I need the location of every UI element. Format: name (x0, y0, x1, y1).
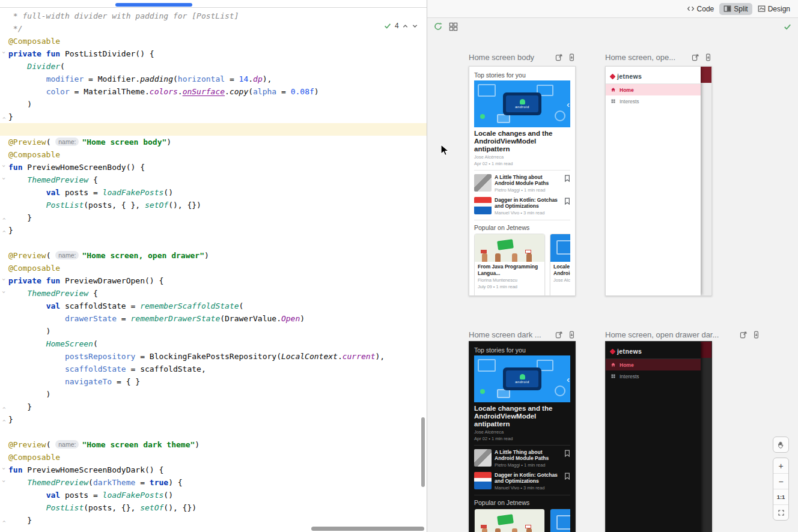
code-line[interactable]: @Composable (0, 451, 427, 464)
fold-marker-icon[interactable]: › (0, 404, 10, 410)
active-tab-indicator[interactable] (115, 3, 192, 7)
inlay-hint: name: (55, 138, 79, 146)
editor-horizontal-scrollbar[interactable] (311, 527, 424, 531)
preview-card-home-screen-dark[interactable]: Top stories for you android ‹ Locale cha… (469, 341, 576, 532)
code-line[interactable]: scaffoldState = scaffoldState, (0, 363, 427, 375)
code-line[interactable]: ›} (0, 110, 427, 123)
code-line[interactable]: postsRepository = BlockingFakePostsRepos… (0, 350, 427, 363)
code-line[interactable]: color = MaterialTheme.colors.onSurface.c… (0, 85, 427, 98)
code-line[interactable]: val posts = loadFakePosts() (0, 186, 427, 199)
code-line[interactable]: modifier = Modifier.padding(horizontal =… (0, 73, 427, 85)
view-options-icon[interactable] (449, 22, 458, 31)
code-line[interactable]: ›fun PreviewHomeScreenBody() { (0, 161, 427, 174)
code-line[interactable]: › } (0, 211, 427, 224)
preview-title: Home screen dark ... (469, 330, 550, 339)
code-line[interactable]: ›fun PreviewHomeScreenBodyDark() { (0, 464, 427, 476)
fold-marker-icon[interactable]: › (0, 291, 10, 297)
fold-marker-icon[interactable]: › (0, 467, 10, 473)
prev-problem-chevron-icon[interactable] (402, 23, 409, 29)
code-lines[interactable]: * full-width divider with padding for [P… (0, 10, 427, 527)
fold-marker-icon[interactable]: › (0, 215, 10, 221)
code-line[interactable]: › ThemedPreview { (0, 287, 427, 300)
code-line[interactable]: Divider( (0, 60, 427, 73)
zoom-out-button[interactable]: − (773, 474, 788, 489)
code-line[interactable]: HomeScreen( (0, 337, 427, 350)
mode-design-button[interactable]: Design (754, 3, 794, 15)
popular-card: Locale changes and the AndroidViewModel … (550, 509, 570, 532)
preview-title-row-3: Home screen dark ... (469, 330, 576, 339)
code-line[interactable]: */ (0, 22, 427, 35)
code-line[interactable]: › ThemedPreview { (0, 174, 427, 186)
code-line[interactable]: val posts = loadFakePosts() (0, 489, 427, 501)
preview-title-row-4: Home screen, open drawer dar... (605, 330, 760, 339)
caret-line[interactable] (0, 123, 427, 136)
code-line[interactable]: @Preview( name:"Home screen, open drawer… (0, 249, 427, 262)
code-line[interactable]: @Composable (0, 262, 427, 274)
fold-marker-icon[interactable]: › (0, 177, 10, 183)
zoom-in-button[interactable]: + (773, 458, 788, 474)
code-line[interactable] (0, 237, 427, 249)
preview-card-home-screen-body[interactable]: Top stories for you android ‹ Locale cha… (469, 66, 576, 296)
zoom-actual-size-button[interactable]: 1:1 (773, 489, 788, 505)
code-line[interactable]: ) (0, 325, 427, 337)
interactive-mode-icon[interactable] (555, 331, 563, 339)
zoom-fit-button[interactable] (773, 505, 788, 520)
mode-code-label: Code (697, 5, 714, 13)
code-line[interactable]: › ThemedPreview(darkTheme = true) { (0, 476, 427, 489)
code-line[interactable]: ) (0, 388, 427, 401)
code-line[interactable]: › } (0, 401, 427, 413)
interactive-mode-icon[interactable] (740, 331, 748, 339)
preview-card-open-drawer[interactable]: jetnews Home Interests (605, 66, 712, 296)
preview-toolbar (427, 19, 798, 34)
fold-marker-icon[interactable]: › (0, 165, 10, 171)
refresh-previews-icon[interactable] (433, 22, 443, 31)
code-line[interactable]: ›private fun PostListDivider() { (0, 47, 427, 60)
preview-card-open-drawer-dark[interactable]: jetnews Home Interests (605, 341, 712, 532)
zoom-controls: + − 1:1 (773, 458, 789, 521)
interactive-mode-icon[interactable] (692, 53, 699, 61)
fold-marker-icon[interactable]: › (0, 114, 10, 120)
run-on-device-icon[interactable] (704, 53, 712, 61)
fold-marker-icon[interactable]: › (0, 480, 10, 486)
code-editor[interactable]: * full-width divider with padding for [P… (0, 8, 427, 532)
code-line[interactable]: › } (0, 514, 427, 527)
split-mode-icon (723, 5, 731, 13)
preview-title: Home screen body (469, 53, 550, 62)
fold-marker-icon[interactable]: › (0, 417, 10, 423)
run-on-device-icon[interactable] (568, 331, 576, 339)
code-line[interactable]: @Preview( name:"Home screen dark theme") (0, 438, 427, 451)
inspections-ok-icon (383, 22, 392, 30)
code-line[interactable]: @Composable (0, 148, 427, 161)
interactive-mode-icon[interactable] (555, 53, 563, 61)
fold-marker-icon[interactable]: › (0, 518, 10, 524)
mode-split-button[interactable]: Split (719, 3, 752, 15)
next-problem-chevron-icon[interactable] (412, 23, 418, 29)
fold-marker-icon[interactable]: › (0, 278, 10, 284)
pan-button[interactable] (773, 437, 789, 453)
code-line[interactable]: val scaffoldState = rememberScaffoldStat… (0, 300, 427, 312)
mode-code-button[interactable]: Code (683, 3, 719, 15)
code-line[interactable]: PostList(posts, {}, setOf(), {}) (0, 501, 427, 514)
code-line[interactable]: @Composable (0, 35, 427, 47)
inlay-hint: name: (55, 251, 79, 259)
code-line[interactable]: ›} (0, 224, 427, 237)
preview-title-row-1: Home screen body (469, 52, 576, 62)
hero-meta: Apr 02 • 1 min read (474, 436, 570, 441)
code-line[interactable]: PostList(posts, { }, setOf(), {}) (0, 199, 427, 211)
inspections-widget[interactable]: 4 (381, 20, 421, 31)
fold-marker-icon[interactable]: › (0, 228, 10, 234)
editor-vertical-scrollbar[interactable] (421, 417, 425, 487)
code-line[interactable]: navigateTo = { } (0, 375, 427, 388)
inlay-hint: name: (55, 440, 79, 449)
code-line[interactable]: @Preview( name:"Home screen body") (0, 136, 427, 148)
run-on-device-icon[interactable] (752, 331, 760, 339)
code-line[interactable]: ›private fun PreviewDrawerOpen() { (0, 274, 427, 287)
code-line[interactable]: drawerState = rememberDrawerState(Drawer… (0, 312, 427, 325)
fold-marker-icon[interactable]: › (0, 51, 10, 57)
code-line[interactable]: ) (0, 98, 427, 110)
code-line[interactable]: ›} (0, 413, 427, 426)
popular-card-image (475, 509, 544, 532)
code-line[interactable]: * full-width divider with padding for [P… (0, 10, 427, 22)
code-line[interactable] (0, 426, 427, 438)
run-on-device-icon[interactable] (568, 53, 576, 61)
